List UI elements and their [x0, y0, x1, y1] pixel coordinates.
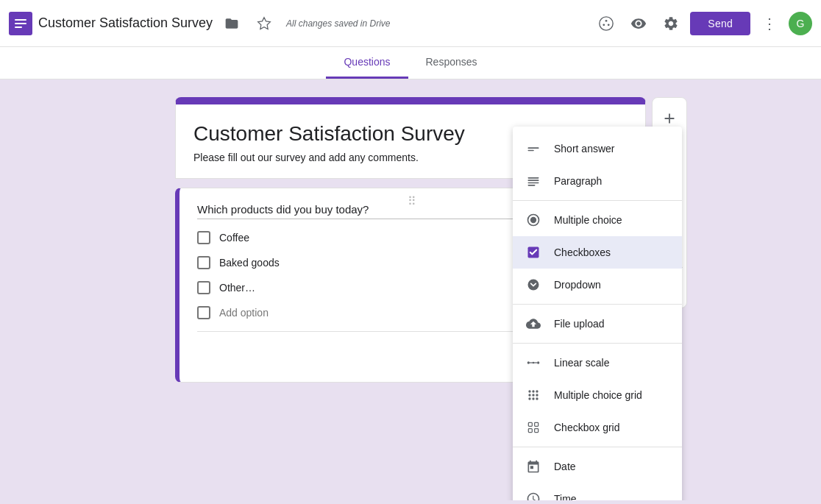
star-button[interactable]	[251, 10, 277, 37]
svg-rect-1	[15, 19, 26, 21]
svg-point-8	[608, 24, 610, 26]
short-answer-icon	[525, 140, 542, 157]
svg-rect-33	[535, 422, 539, 426]
time-icon	[525, 490, 542, 500]
svg-point-23	[528, 390, 530, 392]
menu-item-multiple-choice-label: Multiple choice	[554, 214, 622, 226]
svg-rect-2	[15, 23, 26, 24]
settings-button[interactable]	[658, 10, 684, 37]
svg-rect-3	[15, 26, 22, 28]
menu-item-checkboxes-label: Checkboxes	[554, 246, 611, 258]
svg-rect-11	[528, 177, 539, 179]
menu-divider-3	[513, 343, 682, 344]
svg-rect-35	[535, 429, 539, 433]
menu-item-file-upload-label: File upload	[554, 318, 605, 330]
menu-item-checkboxes[interactable]: Checkboxes	[513, 236, 682, 269]
svg-point-16	[530, 217, 536, 223]
svg-point-5	[600, 16, 613, 29]
add-option-label: Add option	[219, 307, 269, 319]
menu-item-linear-scale[interactable]: Linear scale	[513, 347, 682, 379]
svg-point-19	[527, 361, 530, 363]
checkbox-grid-icon	[525, 419, 542, 436]
dropdown-icon	[525, 276, 542, 294]
svg-rect-12	[528, 180, 539, 181]
svg-point-22	[533, 362, 535, 364]
file-upload-icon	[525, 315, 542, 333]
svg-point-24	[532, 390, 534, 392]
checkboxes-icon	[525, 244, 542, 261]
preview-button[interactable]	[625, 10, 652, 37]
menu-item-multiple-choice-grid-label: Multiple choice grid	[554, 389, 642, 401]
menu-item-paragraph-label: Paragraph	[554, 175, 602, 187]
svg-point-29	[528, 397, 530, 400]
checkbox-coffee-box[interactable]	[197, 231, 210, 244]
menu-item-date-label: Date	[554, 461, 576, 472]
multiple-choice-grid-icon	[525, 386, 542, 404]
menu-item-file-upload[interactable]: File upload	[513, 308, 682, 340]
menu-item-dropdown[interactable]: Dropdown	[513, 269, 682, 301]
add-option-box[interactable]	[197, 306, 210, 319]
svg-marker-4	[258, 17, 271, 29]
tab-questions[interactable]: Questions	[326, 47, 408, 79]
svg-rect-13	[528, 182, 539, 184]
folder-button[interactable]	[218, 10, 245, 37]
menu-item-dropdown-label: Dropdown	[554, 279, 601, 291]
menu-item-short-answer-label: Short answer	[554, 143, 614, 155]
date-icon	[525, 458, 542, 475]
svg-point-18	[528, 280, 539, 291]
svg-point-6	[605, 19, 608, 21]
tabs-bar: Questions Responses	[0, 47, 821, 79]
topbar: Customer Satisfaction Survey All changes…	[0, 0, 821, 47]
customize-button[interactable]	[593, 10, 619, 37]
menu-item-short-answer[interactable]: Short answer	[513, 132, 682, 165]
menu-divider-4	[513, 447, 682, 447]
checkbox-baked-goods-box[interactable]	[197, 256, 210, 269]
menu-item-time[interactable]: Time	[513, 483, 682, 500]
menu-item-linear-scale-label: Linear scale	[554, 357, 610, 369]
paragraph-icon	[525, 172, 542, 190]
drag-handle[interactable]: ⠿	[408, 194, 418, 208]
menu-divider-1	[513, 200, 682, 201]
menu-item-multiple-choice-grid[interactable]: Multiple choice grid	[513, 379, 682, 411]
svg-rect-9	[528, 147, 539, 149]
svg-rect-14	[528, 185, 536, 186]
menu-item-paragraph[interactable]: Paragraph	[513, 165, 682, 197]
svg-point-25	[536, 390, 538, 392]
multiple-choice-icon	[525, 211, 542, 229]
dropdown-menu: Short answer Paragraph	[513, 127, 682, 500]
more-options-button[interactable]: ⋮	[756, 12, 783, 35]
menu-item-checkbox-grid-label: Checkbox grid	[554, 422, 620, 433]
svg-point-7	[603, 24, 605, 26]
tab-responses[interactable]: Responses	[408, 47, 495, 79]
menu-item-time-label: Time	[554, 493, 577, 500]
checkbox-other-label: Other…	[219, 282, 255, 294]
menu-divider-2	[513, 304, 682, 305]
app-title: Customer Satisfaction Survey	[38, 15, 213, 31]
menu-item-checkbox-grid[interactable]: Checkbox grid	[513, 411, 682, 444]
svg-rect-32	[528, 422, 532, 426]
svg-point-31	[536, 397, 538, 400]
linear-scale-icon	[525, 354, 542, 372]
menu-item-multiple-choice[interactable]: Multiple choice	[513, 204, 682, 236]
save-status: All changes saved in Drive	[286, 18, 390, 29]
send-button[interactable]: Send	[690, 12, 750, 35]
svg-point-30	[532, 397, 534, 400]
main-content: Customer Satisfaction Survey Please fill…	[0, 79, 821, 500]
svg-point-21	[537, 361, 539, 363]
menu-item-date[interactable]: Date	[513, 450, 682, 483]
svg-point-26	[528, 394, 530, 396]
svg-point-28	[536, 394, 538, 396]
avatar[interactable]: G	[789, 12, 812, 35]
checkbox-coffee-label: Coffee	[219, 232, 249, 244]
forms-logo	[9, 12, 32, 35]
checkbox-baked-goods-label: Baked goods	[219, 257, 280, 269]
svg-rect-10	[528, 150, 534, 152]
svg-rect-34	[528, 429, 532, 433]
checkbox-other-box[interactable]	[197, 281, 210, 294]
svg-point-27	[532, 394, 534, 396]
